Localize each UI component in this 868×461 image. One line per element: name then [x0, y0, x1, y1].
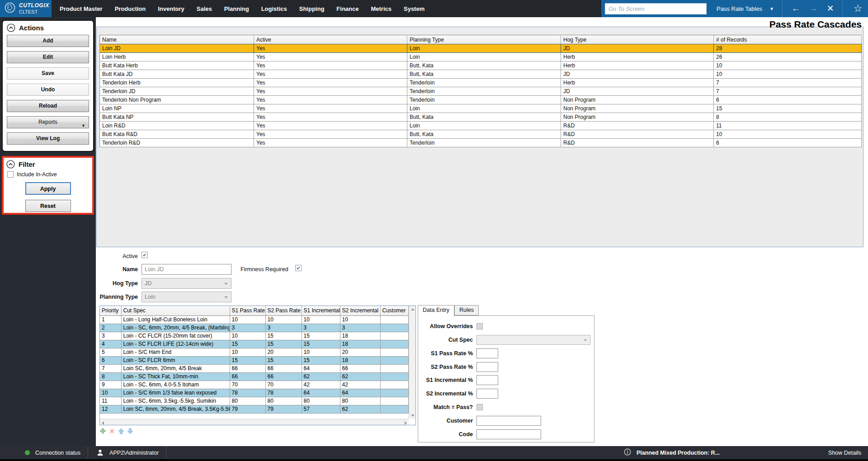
active-checkbox[interactable]: ✔ — [142, 252, 148, 258]
menu-shipping[interactable]: Shipping — [299, 5, 325, 12]
table-cell[interactable]: 10 — [230, 348, 265, 356]
table-cell[interactable]: 15 — [302, 332, 340, 340]
table-cell[interactable]: Non Program — [561, 104, 714, 113]
vertical-scrollbar[interactable] — [409, 306, 415, 419]
add-button[interactable]: Add — [7, 35, 89, 47]
table-cell[interactable]: 15 — [230, 340, 265, 348]
table-row[interactable]: 6Loin - SC FLCR 6mm15151518 — [100, 356, 409, 364]
table-cell[interactable]: Loin - CC FLCR (15-20mm fat cover) — [121, 332, 230, 340]
table-cell[interactable]: 62 — [302, 372, 340, 381]
column-header[interactable]: S2 Incremental — [340, 306, 380, 315]
table-cell[interactable] — [380, 364, 409, 372]
table-cell[interactable]: Yes — [254, 87, 407, 96]
table-cell[interactable]: 80 — [230, 397, 265, 405]
table-cell[interactable]: Yes — [254, 61, 407, 70]
table-cell[interactable]: Loin - SC FLCR LIFE (12-14cm wide) — [121, 340, 230, 348]
table-cell[interactable]: 3 — [230, 324, 265, 332]
table-cell[interactable]: 64 — [302, 364, 340, 372]
planning-type-combo[interactable]: Loin — [142, 292, 231, 302]
table-cell[interactable]: 66 — [230, 372, 265, 381]
table-cell[interactable]: 42 — [340, 381, 380, 389]
table-cell[interactable]: Tenderloin — [407, 139, 561, 147]
column-header[interactable]: S2 Pass Rate — [265, 306, 302, 315]
table-cell[interactable]: 62 — [340, 372, 380, 381]
table-row[interactable]: Butt Kata JDYesButt, KataJD10 — [100, 70, 862, 79]
table-cell[interactable]: 10 — [100, 389, 121, 397]
scroll-right-icon[interactable] — [405, 421, 407, 425]
table-cell[interactable]: 8 — [100, 372, 121, 381]
table-cell[interactable]: Herb — [561, 79, 714, 87]
table-cell[interactable]: Loin — [407, 104, 561, 113]
column-header[interactable]: Planning Type — [407, 35, 561, 44]
table-row[interactable]: 3Loin - CC FLCR (15-20mm fat cover)10151… — [100, 332, 409, 340]
scroll-left-icon[interactable] — [102, 421, 104, 425]
table-row[interactable]: Tenderloin R&DYesTenderloinR&D6 — [100, 139, 862, 147]
table-cell[interactable]: Non Program — [561, 96, 714, 104]
table-cell[interactable]: 66 — [265, 372, 302, 381]
filter-collapse-icon[interactable] — [6, 160, 15, 169]
table-cell[interactable]: 3 — [100, 332, 121, 340]
table-cell[interactable]: R&D — [561, 130, 714, 139]
table-cell[interactable]: Yes — [254, 104, 407, 113]
undo-button[interactable]: Undo — [7, 84, 89, 96]
table-cell[interactable]: 7 — [714, 87, 862, 96]
table-cell[interactable]: Loin — [407, 53, 561, 61]
column-header[interactable]: Priority — [100, 306, 121, 315]
column-header[interactable]: Customer — [380, 306, 409, 315]
table-cell[interactable]: 57 — [302, 405, 340, 413]
table-cell[interactable]: 10 — [714, 130, 862, 139]
table-cell[interactable]: 79 — [230, 405, 265, 413]
table-cell[interactable]: 6 — [714, 139, 862, 147]
table-cell[interactable]: 15 — [265, 332, 302, 340]
table-cell[interactable]: 10 — [230, 315, 265, 324]
screen-selector[interactable]: Pass Rate Tables — [717, 5, 762, 12]
table-cell[interactable]: 11 — [714, 122, 862, 130]
table-cell[interactable]: Tenderloin Herb — [100, 79, 254, 87]
column-header[interactable]: S1 Pass Rate — [230, 306, 265, 315]
table-cell[interactable]: 70 — [230, 381, 265, 389]
table-cell[interactable]: Butt Kata Herb — [100, 61, 254, 70]
table-cell[interactable]: 7 — [714, 79, 862, 87]
table-cell[interactable] — [380, 324, 409, 332]
table-cell[interactable]: R&D — [561, 122, 714, 130]
table-row[interactable]: Tenderloin Non ProgramYesTenderloinNon P… — [100, 96, 862, 104]
apply-button[interactable]: Apply — [25, 182, 71, 195]
status-message[interactable]: Planned Mixed Production: R... — [637, 450, 720, 456]
table-cell[interactable]: Non Program — [561, 113, 714, 122]
table-cell[interactable]: 42 — [302, 381, 340, 389]
table-row[interactable]: Loin JDYesLoinJD28 — [100, 44, 862, 53]
column-header[interactable]: Hog Type — [561, 35, 714, 44]
table-cell[interactable]: Tenderloin — [407, 87, 561, 96]
edit-button[interactable]: Edit — [7, 51, 89, 63]
table-cell[interactable]: Herb — [561, 53, 714, 61]
table-cell[interactable]: 8 — [714, 113, 862, 122]
column-header[interactable]: Cut Spec — [121, 306, 230, 315]
table-cell[interactable] — [380, 405, 409, 413]
close-screen-icon[interactable]: ✕ — [827, 0, 834, 17]
table-cell[interactable]: Loin R&D — [100, 122, 254, 130]
table-cell[interactable]: Loin — [407, 122, 561, 130]
table-cell[interactable]: 66 — [340, 364, 380, 372]
table-cell[interactable]: 3 — [302, 324, 340, 332]
table-cell[interactable]: 80 — [265, 397, 302, 405]
table-cell[interactable]: Herb — [561, 61, 714, 70]
table-cell[interactable]: Yes — [254, 44, 407, 53]
table-cell[interactable]: JD — [561, 87, 714, 96]
table-cell[interactable]: 2 — [100, 324, 121, 332]
table-row[interactable]: 1Loin - Long Half-Cut Boneless Loin10101… — [100, 315, 409, 324]
table-cell[interactable]: 64 — [340, 389, 380, 397]
table-row[interactable]: 7Loin SC, 6mm, 20mm, 4/5 Break66666466 — [100, 364, 409, 372]
table-cell[interactable]: 15 — [230, 356, 265, 364]
column-header[interactable]: # of Records — [714, 35, 862, 44]
table-cell[interactable]: 66 — [265, 364, 302, 372]
reports-dropdown-button[interactable]: Reports▼ — [7, 116, 89, 128]
customer-input[interactable] — [476, 416, 541, 426]
table-cell[interactable]: Loin - SC, 6mm, 4.0-5.5 Itoham — [121, 381, 230, 389]
table-cell[interactable] — [380, 348, 409, 356]
reload-button[interactable]: Reload — [7, 100, 89, 112]
table-cell[interactable]: 3 — [340, 324, 380, 332]
menu-system[interactable]: System — [404, 5, 425, 12]
go-to-screen-input[interactable] — [605, 3, 707, 14]
table-cell[interactable]: Butt Kata JD — [100, 70, 254, 79]
s1-incremental-input[interactable] — [476, 375, 498, 385]
